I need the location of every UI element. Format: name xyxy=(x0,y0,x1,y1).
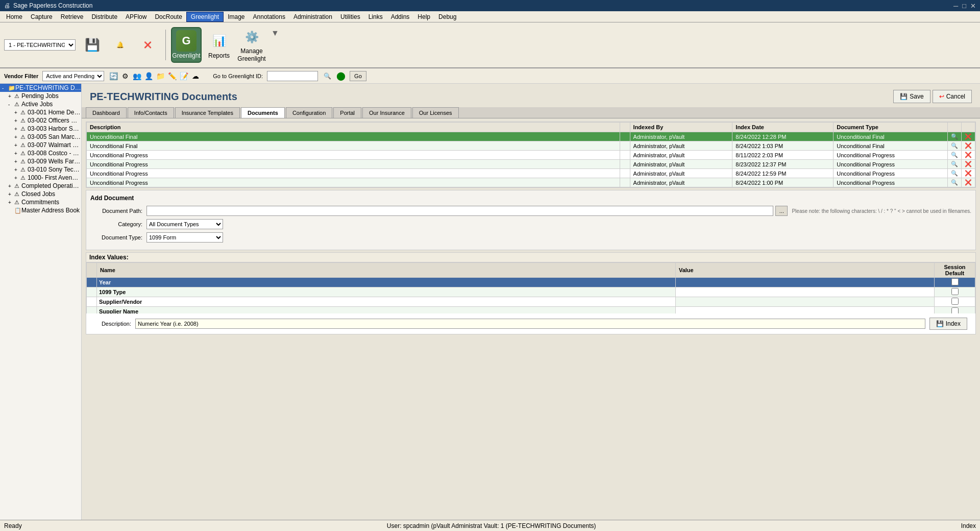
tree-item-7[interactable]: +⚠03-007 Walmart Remo xyxy=(0,141,81,149)
filter-icon-7[interactable]: ☁ xyxy=(190,71,201,81)
tab-our-insurance[interactable]: Our Insurance xyxy=(362,107,411,118)
table-row[interactable]: Unconditional ProgressAdministrator, pVa… xyxy=(87,178,975,187)
table-row[interactable]: Unconditional ProgressAdministrator, pVa… xyxy=(87,151,975,160)
session-default-checkbox[interactable] xyxy=(951,307,959,313)
cancel-toolbar-button[interactable]: ❌ xyxy=(135,41,160,49)
menu-item-addins[interactable]: Addins xyxy=(387,12,414,21)
table-row[interactable]: Unconditional FinalAdministrator, pVault… xyxy=(87,141,975,151)
tree-item-3[interactable]: +⚠03-001 Home Depot - xyxy=(0,108,81,116)
tree-item-5[interactable]: +⚠03-003 Harbor Square xyxy=(0,125,81,133)
doc-delete-icon[interactable]: ❌ xyxy=(962,169,975,178)
menu-item-image[interactable]: Image xyxy=(224,12,249,21)
tab-our-licenses[interactable]: Our Licenses xyxy=(412,107,459,118)
menu-item-docroute[interactable]: DocRoute xyxy=(151,12,186,21)
list-item[interactable]: Supplier/Vendor xyxy=(87,297,975,307)
filter-icon-1[interactable]: ⚙ xyxy=(120,71,130,81)
tree-item-13[interactable]: +⚠Closed Jobs xyxy=(0,190,81,198)
tree-item-9[interactable]: +⚠03-009 Wells Fargo Re xyxy=(0,157,81,165)
session-default-checkbox[interactable] xyxy=(951,298,959,305)
session-default-checkbox[interactable] xyxy=(951,278,959,285)
reports-toolbar-button[interactable]: 📊 Reports xyxy=(204,27,234,63)
filter-icon-4[interactable]: 📁 xyxy=(155,71,165,81)
tree-item-1[interactable]: +⚠Pending Jobs xyxy=(0,92,81,100)
doc-delete-icon[interactable]: ❌ xyxy=(962,132,975,141)
filter-icon-5[interactable]: ✏️ xyxy=(167,71,177,81)
tab-documents[interactable]: Documents xyxy=(241,107,285,118)
manage-toolbar-button[interactable]: ⚙️ Manage Greenlight xyxy=(236,27,267,63)
tree-item-6[interactable]: +⚠03-005 San Marcos Cit xyxy=(0,133,81,141)
search-icon[interactable]: 🔍 xyxy=(322,71,332,81)
idx-value[interactable] xyxy=(675,297,934,307)
doc-search-icon[interactable]: 🔍 xyxy=(948,169,962,178)
table-row[interactable]: Unconditional ProgressAdministrator, pVa… xyxy=(87,160,975,169)
list-item[interactable]: Year xyxy=(87,278,975,287)
tree-item-14[interactable]: +⚠Commitments xyxy=(0,198,81,206)
tree-item-8[interactable]: +⚠03-008 Costco - San M xyxy=(0,149,81,157)
tree-item-15[interactable]: 📋Master Address Book xyxy=(0,206,81,214)
doc-search-icon[interactable]: 🔍 xyxy=(948,151,962,160)
bell-toolbar-button[interactable]: 🔔 xyxy=(107,41,133,49)
list-item[interactable]: 1099 Type xyxy=(87,287,975,297)
browse-button[interactable]: ... xyxy=(775,206,788,216)
menu-item-utilities[interactable]: Utilities xyxy=(336,12,364,21)
tree-item-10[interactable]: +⚠03-010 Sony Tech Fab xyxy=(0,165,81,174)
menu-item-capture[interactable]: Capture xyxy=(27,12,57,21)
filter-icon-2[interactable]: 👥 xyxy=(132,71,142,81)
tab-dashboard[interactable]: Dashboard xyxy=(86,107,127,118)
tree-item-0[interactable]: -📁PE-TECHWRITING Documents xyxy=(0,84,81,92)
table-row[interactable]: Unconditional FinalAdministrator, pVault… xyxy=(87,132,975,141)
tree-item-12[interactable]: +⚠Completed Operations xyxy=(0,182,81,190)
document-path-input[interactable] xyxy=(146,206,773,216)
tree-item-2[interactable]: -⚠Active Jobs xyxy=(0,100,81,108)
session-default-checkbox[interactable] xyxy=(951,288,959,295)
menu-item-greenlight[interactable]: Greenlight xyxy=(186,12,224,22)
menu-item-distribute[interactable]: Distribute xyxy=(87,12,121,21)
goto-input[interactable] xyxy=(267,71,318,81)
doctype-select[interactable]: 1099 Form xyxy=(146,232,223,243)
menu-item-links[interactable]: Links xyxy=(364,12,387,21)
doc-search-icon[interactable]: 🔍 xyxy=(948,160,962,169)
menu-item-help[interactable]: Help xyxy=(413,12,434,21)
table-row[interactable]: Unconditional ProgressAdministrator, pVa… xyxy=(87,169,975,178)
greenlight-toolbar-button[interactable]: G Greenlight xyxy=(171,27,202,63)
doc-search-icon[interactable]: 🔍 xyxy=(948,178,962,187)
filter-icon-3[interactable]: 👤 xyxy=(143,71,154,81)
tab-configuration[interactable]: Configuration xyxy=(286,107,332,118)
menu-item-administration[interactable]: Administration xyxy=(289,12,336,21)
tab-info-contacts[interactable]: Info/Contacts xyxy=(128,107,174,118)
description-input[interactable] xyxy=(135,319,925,329)
category-select[interactable]: All Document Types xyxy=(146,219,223,229)
list-item[interactable]: Supplier Name xyxy=(87,307,975,314)
close-button[interactable]: ✕ xyxy=(970,2,976,10)
menu-item-retrieve[interactable]: Retrieve xyxy=(57,12,88,21)
tab-portal[interactable]: Portal xyxy=(333,107,361,118)
tree-item-11[interactable]: +⚠1000- First Avenue Hi xyxy=(0,174,81,182)
restore-button[interactable]: □ xyxy=(962,2,966,10)
doc-delete-icon[interactable]: ❌ xyxy=(962,141,975,151)
cancel-button[interactable]: ↩ Cancel xyxy=(933,90,972,103)
go-button[interactable]: Go xyxy=(350,71,366,81)
doc-delete-icon[interactable]: ❌ xyxy=(962,151,975,160)
green-circle-icon[interactable]: ⬤ xyxy=(336,71,346,81)
doc-search-icon[interactable]: 🔍 xyxy=(948,141,962,151)
toolbar-dropdown-arrow[interactable]: ▼ xyxy=(271,25,279,38)
save-button[interactable]: 💾 Save xyxy=(893,90,930,103)
doc-delete-icon[interactable]: ❌ xyxy=(962,178,975,187)
doc-search-icon[interactable]: 🔍 xyxy=(948,132,962,141)
idx-value[interactable] xyxy=(675,278,934,287)
tab-insurance-templates[interactable]: Insurance Templates xyxy=(175,107,240,118)
menu-item-debug[interactable]: Debug xyxy=(434,12,460,21)
document-dropdown[interactable]: 1 - PE-TECHWRITING Documer xyxy=(4,39,76,51)
doc-delete-icon[interactable]: ❌ xyxy=(962,160,975,169)
save-toolbar-button[interactable]: 💾 xyxy=(80,38,105,52)
filter-select[interactable]: Active and Pending All Active Pending xyxy=(42,71,104,81)
menu-item-annotations[interactable]: Annotations xyxy=(249,12,289,21)
filter-icon-6[interactable]: 📝 xyxy=(179,71,189,81)
index-button[interactable]: 💾 Index xyxy=(929,318,967,330)
tree-item-4[interactable]: +⚠03-002 Officers Club - xyxy=(0,116,81,125)
menu-item-home[interactable]: Home xyxy=(2,12,27,21)
idx-value[interactable] xyxy=(675,307,934,314)
menu-item-apflow[interactable]: APFlow xyxy=(121,12,151,21)
refresh-icon[interactable]: 🔄 xyxy=(108,71,118,81)
idx-value[interactable] xyxy=(675,287,934,297)
